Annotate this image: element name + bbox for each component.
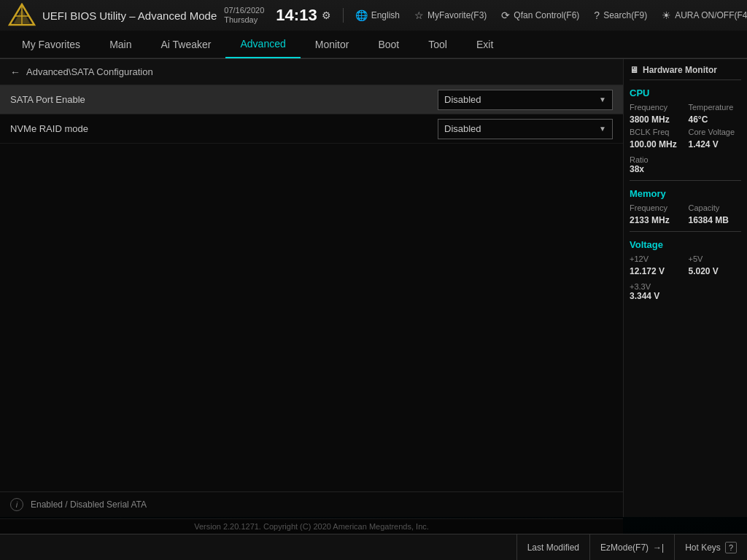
breadcrumb-text: Advanced\SATA Configuration [26, 66, 153, 77]
mem-cap-label: Capacity [689, 203, 742, 212]
tab-ai-tweaker[interactable]: Ai Tweaker [146, 31, 225, 58]
cpu-temp-value: 46°C [689, 114, 742, 125]
language-label: English [371, 10, 400, 20]
info-icon: i [10, 498, 23, 511]
sata-port-enable-dropdown-text: Disabled [444, 94, 481, 105]
settings-icon[interactable]: ⚙ [322, 9, 331, 21]
date-display: 07/16/2020 Thursday [224, 6, 264, 25]
v33-value: 3.344 V [630, 291, 741, 301]
back-arrow-icon[interactable]: ← [10, 66, 20, 78]
main-area: ← Advanced\SATA Configuration SATA Port … [0, 59, 747, 517]
asus-logo-icon [7, 2, 36, 28]
cpu-freq-value: 3800 MHz [630, 114, 683, 125]
voltage-metrics-grid: +12V +5V 12.172 V 5.020 V [630, 254, 741, 276]
time-display: 14:13 [276, 7, 317, 23]
bottom-bar: Last Modified EzMode(F7) →| Hot Keys ? [0, 534, 747, 560]
search-label: Search(F9) [603, 10, 647, 20]
sata-port-enable-dropdown[interactable]: Disabled ▼ [438, 90, 613, 110]
qfan-label: Qfan Control(F6) [514, 10, 579, 20]
v12-value: 12.172 V [630, 266, 683, 276]
hot-keys-label: Hot Keys [685, 542, 721, 553]
dropdown-arrow-icon: ▼ [599, 96, 606, 104]
tab-boot[interactable]: Boot [363, 31, 414, 58]
aura-control[interactable]: ☀ AURA ON/OFF(F4) [662, 9, 747, 21]
v5-value: 5.020 V [689, 266, 742, 276]
voltage-section-title: Voltage [630, 239, 741, 250]
cpu-memory-divider [630, 180, 741, 181]
nvme-raid-mode-row[interactable]: NVMe RAID mode Disabled ▼ [0, 114, 623, 144]
tab-monitor[interactable]: Monitor [301, 31, 364, 58]
info-text: Enabled / Disabled Serial ATA [31, 499, 147, 510]
nvme-raid-mode-label: NVMe RAID mode [10, 123, 438, 134]
content-panel: ← Advanced\SATA Configuration SATA Port … [0, 59, 623, 517]
header-info: 07/16/2020 Thursday 14:13 ⚙ 🌐 English ☆ … [224, 6, 747, 25]
myfavorite-label: MyFavorite(F3) [427, 10, 487, 20]
aura-icon: ☀ [662, 9, 671, 21]
last-modified-button[interactable]: Last Modified [516, 534, 589, 561]
sata-port-enable-label: SATA Port Enable [10, 94, 438, 105]
language-icon: 🌐 [355, 9, 368, 21]
v33-row: +3.3V 3.344 V [630, 282, 741, 301]
bclk-freq-label: BCLK Freq [630, 128, 683, 136]
language-control[interactable]: 🌐 English [355, 9, 400, 21]
header: UEFI BIOS Utility – Advanced Mode 07/16/… [0, 0, 747, 59]
qfan-control[interactable]: ⟳ Qfan Control(F6) [501, 9, 579, 21]
myfavorite-control[interactable]: ☆ MyFavorite(F3) [414, 9, 487, 21]
hw-monitor-title: 🖥 Hardware Monitor [630, 65, 741, 80]
tab-main[interactable]: Main [95, 31, 146, 58]
ez-mode-icon: →| [653, 542, 664, 553]
sata-port-enable-row[interactable]: SATA Port Enable Disabled ▼ [0, 85, 623, 114]
ratio-row: Ratio 38x [630, 155, 741, 174]
header-controls: 🌐 English ☆ MyFavorite(F3) ⟳ Qfan Contro… [355, 9, 747, 21]
nvme-raid-mode-dropdown-text: Disabled [444, 123, 481, 134]
tab-exit[interactable]: Exit [462, 31, 508, 58]
search-icon: ? [594, 9, 600, 21]
hw-monitor-panel: 🖥 Hardware Monitor CPU Frequency Tempera… [623, 59, 747, 517]
version-text: Version 2.20.1271. Copyright (C) 2020 Am… [194, 522, 429, 531]
hot-keys-icon: ? [725, 542, 737, 553]
version-bar: Version 2.20.1271. Copyright (C) 2020 Am… [0, 518, 623, 534]
breadcrumb: ← Advanced\SATA Configuration [0, 59, 623, 85]
hot-keys-button[interactable]: Hot Keys ? [674, 534, 747, 561]
favorite-icon: ☆ [414, 9, 424, 21]
info-bar: i Enabled / Disabled Serial ATA [0, 491, 623, 517]
tab-my-favorites[interactable]: My Favorites [7, 31, 95, 58]
divider [343, 8, 344, 23]
tab-advanced[interactable]: Advanced [225, 31, 300, 58]
time-row: 14:13 ⚙ [276, 7, 330, 23]
last-modified-label: Last Modified [527, 542, 579, 553]
core-voltage-label: Core Voltage [689, 128, 742, 136]
v12-label: +12V [630, 254, 683, 263]
mem-freq-label: Frequency [630, 203, 683, 212]
mem-cap-value: 16384 MB [689, 215, 742, 225]
aura-label: AURA ON/OFF(F4) [675, 10, 747, 20]
cpu-freq-label: Frequency [630, 103, 683, 112]
core-voltage-value: 1.424 V [689, 139, 742, 149]
memory-voltage-divider [630, 231, 741, 232]
nvme-raid-mode-value[interactable]: Disabled ▼ [438, 119, 613, 139]
ez-mode-label: EzMode(F7) [600, 542, 649, 553]
fan-icon: ⟳ [501, 9, 510, 21]
datetime-block: 07/16/2020 Thursday [224, 6, 264, 25]
monitor-icon: 🖥 [630, 65, 638, 75]
header-top: UEFI BIOS Utility – Advanced Mode 07/16/… [0, 0, 747, 31]
cpu-metrics-grid: Frequency Temperature 3800 MHz 46°C BCLK… [630, 103, 741, 149]
content-spacer [0, 144, 623, 491]
cpu-temp-label: Temperature [689, 103, 742, 112]
ez-mode-button[interactable]: EzMode(F7) →| [589, 534, 674, 561]
search-control[interactable]: ? Search(F9) [594, 9, 647, 21]
v33-label: +3.3V [630, 282, 741, 291]
tab-tool[interactable]: Tool [414, 31, 462, 58]
nvme-raid-mode-dropdown[interactable]: Disabled ▼ [438, 119, 613, 139]
memory-section-title: Memory [630, 188, 741, 199]
app-title: UEFI BIOS Utility – Advanced Mode [42, 9, 217, 22]
nav-tabs: My Favorites Main Ai Tweaker Advanced Mo… [0, 31, 747, 58]
ratio-value: 38x [630, 164, 741, 174]
memory-metrics-grid: Frequency Capacity 2133 MHz 16384 MB [630, 203, 741, 225]
v5-label: +5V [689, 254, 742, 263]
logo-area: UEFI BIOS Utility – Advanced Mode [7, 2, 217, 28]
sata-port-enable-value[interactable]: Disabled ▼ [438, 90, 613, 110]
bclk-freq-value: 100.00 MHz [630, 139, 683, 149]
cpu-section-title: CPU [630, 88, 741, 98]
ratio-label: Ratio [630, 155, 741, 164]
